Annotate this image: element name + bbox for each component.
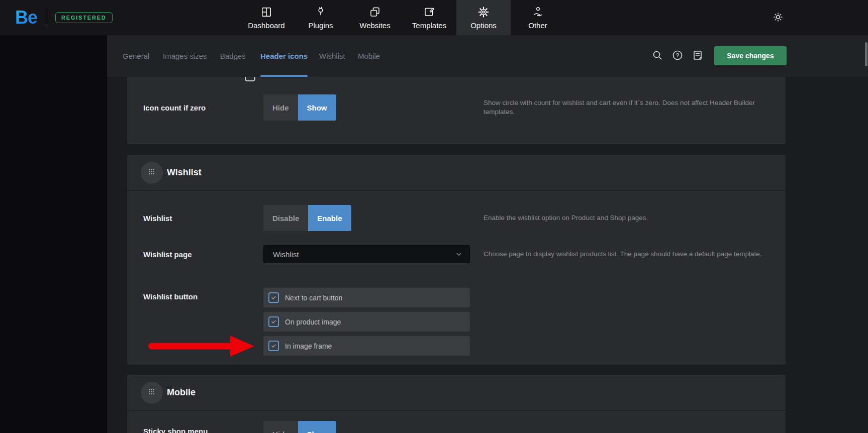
mobile-section-header: Mobile bbox=[127, 375, 786, 411]
tab-mobile[interactable]: Mobile bbox=[358, 35, 380, 77]
tab-images-sizes[interactable]: Images sizes bbox=[163, 35, 207, 77]
tab-wishlist[interactable]: Wishlist bbox=[319, 35, 345, 77]
row-label-wishlist-button: Wishlist button bbox=[143, 292, 198, 301]
search-icon bbox=[651, 49, 663, 63]
nav-label: Websites bbox=[359, 21, 390, 30]
content-area: Icon count if zero Hide Show Show circle… bbox=[107, 77, 868, 433]
grid-dots-icon bbox=[147, 387, 156, 398]
select-value: Wishlist bbox=[273, 250, 299, 259]
options-tab-bar: General Images sizes Badges Header icons… bbox=[107, 35, 868, 77]
section-title-mobile: Mobile bbox=[167, 387, 196, 398]
row-description: Show circle with count for wishlist and … bbox=[484, 98, 774, 117]
svg-text:?: ? bbox=[676, 53, 679, 58]
nav-item-templates[interactable]: Templates bbox=[402, 0, 456, 35]
checkbox-label: Next to cart button bbox=[285, 294, 342, 302]
checkbox-checked-icon bbox=[268, 341, 279, 351]
toggle-option-enable[interactable]: Enable bbox=[308, 205, 351, 231]
help-icon: ? bbox=[671, 49, 684, 63]
row-description: Enable the wishlist option on Product an… bbox=[484, 213, 774, 223]
section-title-wishlist: Wishlist bbox=[167, 167, 202, 178]
drag-handle[interactable] bbox=[141, 382, 163, 404]
panel-wishlist: Wishlist Wishlist Disable Enable Enable … bbox=[127, 155, 786, 365]
help-button[interactable]: ? bbox=[670, 49, 685, 64]
save-changes-button[interactable]: Save changes bbox=[714, 46, 787, 65]
dashboard-grid-icon bbox=[260, 6, 273, 19]
websites-stack-icon bbox=[368, 6, 381, 19]
light-mode-toggle[interactable] bbox=[771, 11, 785, 25]
nav-item-dashboard[interactable]: Dashboard bbox=[239, 0, 294, 35]
checkbox-checked-icon bbox=[268, 316, 279, 327]
checkbox-label: In image frame bbox=[285, 342, 332, 350]
row-label-icon-count: Icon count if zero bbox=[143, 103, 206, 112]
toggle-option-show[interactable]: Show bbox=[298, 94, 336, 121]
chevron-down-icon bbox=[454, 250, 463, 259]
nav-item-other[interactable]: Other bbox=[511, 0, 565, 35]
gear-icon bbox=[477, 6, 490, 19]
tab-general[interactable]: General bbox=[123, 35, 149, 77]
drag-handle[interactable] bbox=[141, 162, 163, 184]
checkbox-label: On product image bbox=[285, 318, 341, 326]
nav-label: Options bbox=[470, 21, 497, 30]
panel-mobile: Mobile Sticky shop menu Hide Show bbox=[127, 375, 786, 433]
scrollbar-track bbox=[864, 35, 868, 433]
betheme-options-page: Be REGISTERED Dashboard Plugins Website bbox=[0, 0, 868, 433]
left-sidebar bbox=[0, 35, 107, 433]
nav-item-websites[interactable]: Websites bbox=[348, 0, 402, 35]
grid-dots-icon bbox=[147, 167, 156, 178]
main-nav: Dashboard Plugins Websites Templates bbox=[239, 0, 565, 35]
toggle-option-show[interactable]: Show bbox=[298, 421, 336, 433]
template-edit-icon bbox=[423, 6, 436, 19]
toggle-option-hide[interactable]: Hide bbox=[263, 421, 298, 433]
registered-badge: REGISTERED bbox=[55, 12, 113, 23]
search-button[interactable] bbox=[650, 49, 665, 64]
scrollbar-thumb[interactable] bbox=[865, 42, 867, 66]
tab-header-icons[interactable]: Header icons bbox=[260, 35, 308, 77]
betheme-logo[interactable]: Be bbox=[15, 7, 37, 28]
tab-badges[interactable]: Badges bbox=[220, 35, 246, 77]
wishlist-section-header: Wishlist bbox=[127, 155, 786, 191]
plug-icon bbox=[314, 6, 327, 19]
red-arrow-icon bbox=[148, 335, 255, 357]
nav-label: Other bbox=[528, 21, 547, 30]
row-description: Choose page to display wishlist products… bbox=[484, 250, 774, 259]
wishlist-page-select[interactable]: Wishlist bbox=[263, 245, 470, 263]
row-label-sticky-shop-menu: Sticky shop menu bbox=[143, 427, 208, 433]
changelog-icon bbox=[692, 49, 704, 63]
sun-icon bbox=[772, 17, 784, 25]
checkbox-option-next-to-cart-button[interactable]: Next to cart button bbox=[263, 288, 470, 307]
toggle-option-disable[interactable]: Disable bbox=[263, 205, 308, 231]
changelog-button[interactable] bbox=[690, 49, 705, 64]
sticky-shop-menu-toggle: Hide Show bbox=[263, 421, 336, 433]
row-label-wishlist: Wishlist bbox=[143, 214, 172, 223]
support-hand-icon bbox=[531, 6, 544, 19]
checkbox-option-on-product-image[interactable]: On product image bbox=[263, 312, 470, 332]
wishlist-toggle: Disable Enable bbox=[263, 205, 351, 231]
topbar: Be REGISTERED Dashboard Plugins Website bbox=[0, 0, 868, 35]
checkbox-option-in-image-frame[interactable]: In image frame bbox=[263, 336, 470, 356]
checkbox-checked-icon bbox=[268, 292, 279, 303]
nav-item-plugins[interactable]: Plugins bbox=[294, 0, 348, 35]
nav-label: Plugins bbox=[308, 21, 333, 30]
icon-count-toggle: Hide Show bbox=[263, 94, 336, 121]
nav-item-options[interactable]: Options bbox=[456, 0, 511, 35]
nav-label: Templates bbox=[412, 21, 446, 30]
nav-label: Dashboard bbox=[248, 21, 284, 30]
partial-checkbox[interactable] bbox=[245, 77, 255, 81]
panel-header-icons-settings: Icon count if zero Hide Show Show circle… bbox=[127, 77, 786, 144]
toggle-option-hide[interactable]: Hide bbox=[263, 94, 298, 121]
divider bbox=[45, 8, 45, 27]
row-label-wishlist-page: Wishlist page bbox=[143, 250, 192, 259]
